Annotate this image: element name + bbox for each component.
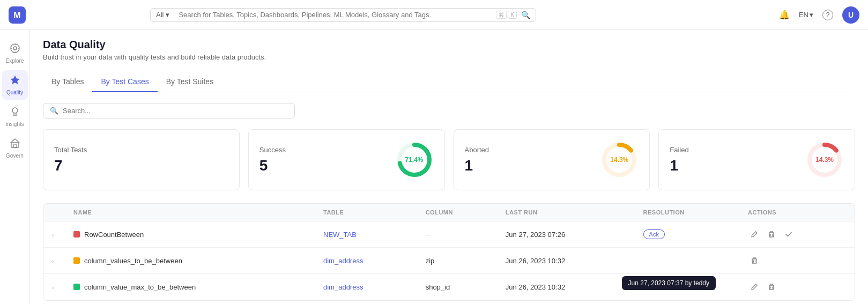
col-name: NAME (65, 204, 315, 221)
explore-icon (10, 43, 20, 56)
row-expand-icon[interactable]: › (52, 285, 54, 291)
stat-info-success: Success 5 (259, 146, 286, 174)
app-logo[interactable]: M (9, 6, 26, 24)
page-subtitle: Build trust in your data with quality te… (43, 53, 855, 61)
stat-label-failed: Failed (670, 146, 688, 154)
edit-icon[interactable] (748, 228, 761, 241)
delete-icon[interactable] (765, 228, 778, 241)
global-search-bar: All ▾ ⌘ K 🔍 (150, 8, 536, 22)
stat-card-failed: Failed 1 14.3% (658, 129, 855, 190)
nav-right-section: 🔔 EN ▾ ? U (778, 6, 859, 24)
test-cases-table-container: NAME TABLE COLUMN LAST RUN RESOLUTION AC… (43, 203, 855, 301)
row-toggle-cell[interactable]: › (43, 274, 65, 300)
row-actions-cell (739, 248, 855, 274)
sidebar-item-label: Quality (6, 90, 23, 95)
row-toggle-cell[interactable]: › (43, 248, 65, 274)
svg-point-2 (11, 44, 19, 53)
insights-icon (10, 106, 20, 120)
notifications-icon[interactable]: 🔔 (778, 9, 790, 21)
stat-value-success: 5 (259, 157, 286, 174)
row-name-cell: column_values_to_be_between (65, 248, 315, 274)
keyboard-shortcut: ⌘ K (496, 11, 517, 19)
help-icon[interactable]: ? (822, 9, 834, 21)
row-expand-icon[interactable]: › (52, 232, 54, 238)
table-search-input[interactable] (63, 107, 288, 115)
col-actions: ACTIONS (739, 204, 855, 221)
tooltip: Jun 27, 2023 07:37 by teddy (622, 276, 716, 290)
table-link[interactable]: NEW_TAB (323, 231, 357, 239)
stat-card-success: Success 5 71.4% (248, 129, 445, 190)
stat-info-total: Total Tests 7 (54, 146, 87, 174)
tab-by-test-cases[interactable]: By Test Cases (92, 72, 157, 92)
sidebar-item-quality[interactable]: Quality (2, 70, 28, 100)
chevron-down-icon: ▾ (810, 11, 813, 19)
search-type-dropdown[interactable]: All ▾ (156, 11, 174, 19)
language-selector[interactable]: EN ▾ (799, 11, 813, 19)
sidebar-item-label: Govern (6, 153, 24, 159)
ack-badge[interactable]: Ack (643, 229, 665, 239)
test-case-name[interactable]: column_values_to_be_between (84, 257, 182, 265)
status-indicator (73, 231, 80, 238)
tab-by-test-suites[interactable]: By Test Suites (158, 72, 222, 92)
tab-by-tables[interactable]: By Tables (43, 72, 92, 92)
govern-icon (10, 138, 20, 151)
sidebar-item-explore[interactable]: Explore (2, 39, 28, 68)
col-table: TABLE (315, 204, 417, 221)
table-row: › RowCountBetween NEW_TAB -- (43, 221, 855, 248)
stat-value-failed: 1 (670, 157, 688, 174)
test-case-name[interactable]: RowCountBetween (84, 231, 144, 239)
column-value: shop_id (426, 283, 450, 291)
table-link[interactable]: dim_address (323, 257, 363, 265)
success-percent-label: 71.4% (405, 156, 423, 164)
col-last-run: LAST RUN (497, 204, 635, 221)
table-link[interactable]: dim_address (323, 283, 363, 291)
sidebar: Explore Quality Insights (0, 0, 30, 304)
delete-icon[interactable] (765, 280, 778, 293)
table-search-filter: 🔍 (43, 103, 295, 118)
status-indicator (73, 257, 80, 264)
sidebar-item-govern[interactable]: Govern (2, 134, 28, 163)
svg-point-8 (12, 108, 18, 113)
check-icon[interactable] (782, 228, 795, 241)
aborted-percent-label: 14.3% (610, 156, 628, 164)
avatar[interactable]: U (842, 6, 859, 24)
stat-card-total: Total Tests 7 (43, 129, 240, 190)
failed-percent-label: 14.3% (815, 156, 834, 164)
last-run-value: Jun 27, 2023 07:26 (506, 231, 565, 239)
quality-icon (10, 75, 20, 88)
row-toggle-cell[interactable]: › (43, 221, 65, 248)
row-actions-cell (739, 274, 855, 300)
status-indicator (73, 284, 80, 290)
search-icon: 🔍 (521, 11, 530, 19)
last-run-value: Jun 26, 2023 10:32 (506, 257, 565, 265)
last-run-value: Jun 26, 2023 10:32 (506, 283, 565, 291)
row-resolution-cell: Jun 27, 2023 07:37 by teddy (635, 248, 739, 274)
stat-label-total: Total Tests (54, 146, 87, 154)
delete-icon[interactable] (748, 254, 761, 267)
global-search-input[interactable] (179, 11, 492, 19)
page-title: Data Quality (43, 39, 855, 51)
col-toggle (43, 204, 65, 221)
edit-icon[interactable] (748, 280, 761, 293)
row-last-run-cell: Jun 26, 2023 10:32 (497, 248, 635, 274)
row-column-cell: shop_id (417, 274, 497, 300)
col-resolution: RESOLUTION (635, 204, 739, 221)
main-content: Data Quality Build trust in your data wi… (30, 0, 868, 304)
stat-value-total: 7 (54, 157, 87, 174)
sidebar-item-label: Insights (5, 121, 24, 127)
test-case-name[interactable]: column_value_max_to_be_between (84, 283, 196, 291)
failed-progress-ring: 14.3% (805, 140, 844, 179)
table-row: › column_values_to_be_between dim_addres… (43, 248, 855, 274)
row-name-cell: column_value_max_to_be_between (65, 274, 315, 300)
stat-info-aborted: Aborted 1 (465, 146, 489, 174)
row-table-cell: dim_address (315, 274, 417, 300)
row-actions-cell (739, 221, 855, 248)
row-expand-icon[interactable]: › (52, 258, 54, 264)
column-value: zip (426, 257, 435, 265)
column-value: -- (426, 231, 431, 239)
row-name-cell: RowCountBetween (65, 221, 315, 248)
test-cases-table: NAME TABLE COLUMN LAST RUN RESOLUTION AC… (43, 204, 855, 300)
sidebar-item-insights[interactable]: Insights (2, 102, 28, 131)
page-header: Data Quality Build trust in your data wi… (43, 39, 855, 61)
row-last-run-cell: Jun 27, 2023 07:26 (497, 221, 635, 248)
